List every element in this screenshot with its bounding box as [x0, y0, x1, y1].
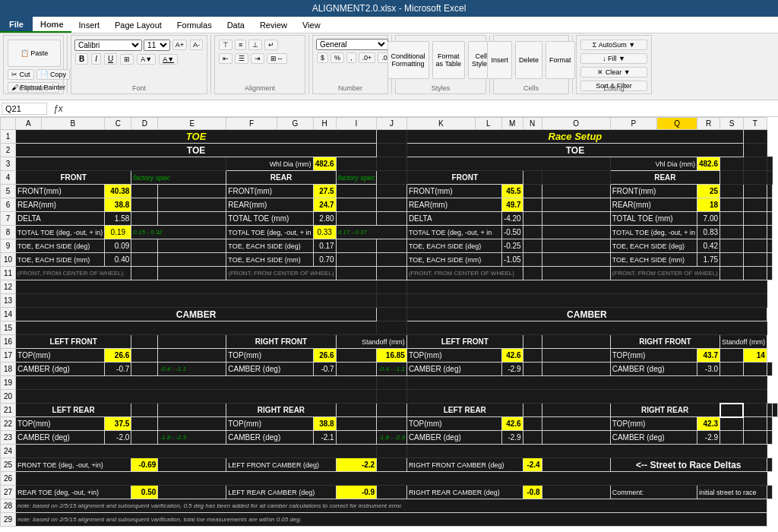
- copy-btn[interactable]: 📄 Copy: [36, 69, 71, 80]
- align-left-btn[interactable]: ⇤: [219, 53, 232, 64]
- col-header-t[interactable]: T: [743, 118, 767, 130]
- wrap-text-btn[interactable]: ↵: [264, 40, 278, 50]
- tab-review[interactable]: Review: [252, 17, 295, 33]
- col-header-q[interactable]: Q: [657, 118, 697, 130]
- cell-6-race-rear-val[interactable]: 49.7: [501, 198, 523, 212]
- cell-25-front-toe-val[interactable]: -0.69: [131, 458, 158, 472]
- align-center-btn[interactable]: ☰: [235, 53, 248, 64]
- cell-reference[interactable]: [2, 103, 47, 115]
- col-header-c[interactable]: C: [105, 118, 131, 130]
- col-header-n[interactable]: N: [523, 118, 542, 130]
- conditional-format-btn[interactable]: ConditionalFormatting: [387, 41, 429, 79]
- cell-22-top-val[interactable]: 37.5: [105, 417, 131, 431]
- col-header-l[interactable]: L: [475, 118, 501, 130]
- cell-17-top-val[interactable]: 26.6: [105, 349, 131, 363]
- col-header-e[interactable]: E: [158, 118, 226, 130]
- currency-btn[interactable]: $: [317, 52, 328, 63]
- delete-cells-btn[interactable]: Delete: [515, 41, 542, 79]
- clear-btn[interactable]: ✕ Clear ▼: [580, 67, 647, 78]
- cell-daily-driving-title[interactable]: TOE: [16, 130, 377, 144]
- col-header-o[interactable]: O: [542, 118, 610, 130]
- cell-27-rear-toe-val[interactable]: 0.50: [131, 486, 158, 499]
- font-grow-btn[interactable]: A+: [172, 40, 187, 50]
- tab-home[interactable]: Home: [33, 17, 71, 33]
- cut-btn[interactable]: ✂ Cut: [8, 69, 34, 80]
- cell-25-lf-camber-val[interactable]: -2.2: [336, 458, 377, 472]
- cell-17-race-standoff-val[interactable]: 14: [743, 349, 767, 363]
- fill-btn[interactable]: ↓ Fill ▼: [580, 53, 647, 64]
- cell-17-rf-top-val[interactable]: 26.6: [313, 349, 336, 363]
- inc-decimal-btn[interactable]: .0+: [359, 52, 376, 63]
- align-top-btn[interactable]: ⊤: [219, 40, 232, 50]
- col-header-b[interactable]: B: [41, 118, 105, 130]
- col-header-h[interactable]: H: [313, 118, 336, 130]
- cell-10-toe-mm-label: TOE, EACH SIDE (mm): [16, 253, 105, 267]
- font-select[interactable]: Calibri: [74, 40, 142, 51]
- merge-center-btn[interactable]: ⊞↔: [267, 53, 287, 64]
- col-header-g[interactable]: G: [277, 118, 313, 130]
- cell-6-rear-rear-val[interactable]: 24.7: [313, 198, 336, 212]
- align-bot-btn[interactable]: ⊥: [248, 40, 262, 50]
- tab-page-layout[interactable]: Page Layout: [107, 17, 169, 33]
- cell-25-rf-camber-val[interactable]: -2.4: [523, 458, 542, 472]
- col-header-i[interactable]: I: [336, 118, 377, 130]
- col-header-k[interactable]: K: [406, 118, 475, 130]
- cell-9s: [743, 239, 767, 253]
- font-shrink-btn[interactable]: A-: [190, 40, 203, 50]
- cell-5-race-front-val[interactable]: 45.5: [501, 185, 523, 198]
- cell-22-race-rr-top-val[interactable]: 42.3: [697, 417, 720, 431]
- border-btn[interactable]: ⊞: [120, 54, 134, 65]
- cell-22-rr-top-val[interactable]: 38.8: [313, 417, 336, 431]
- cell-5-rear-front-val[interactable]: 27.5: [313, 185, 336, 198]
- align-mid-btn[interactable]: ≡: [235, 40, 246, 50]
- cell-21q-bordered[interactable]: [720, 404, 744, 417]
- col-header-p[interactable]: P: [610, 118, 657, 130]
- bold-btn[interactable]: B: [75, 53, 88, 65]
- col-header-s[interactable]: S: [720, 118, 744, 130]
- cell-22s: [743, 417, 767, 431]
- cell-25m: [542, 458, 610, 472]
- underline-btn[interactable]: U: [104, 53, 117, 65]
- tab-file[interactable]: File: [0, 17, 33, 33]
- cell-race-whl-dia-value[interactable]: 482.6: [697, 157, 720, 171]
- tab-view[interactable]: View: [295, 17, 328, 33]
- fill-color-btn[interactable]: A▼: [137, 54, 156, 65]
- col-header-r[interactable]: R: [697, 118, 720, 130]
- formula-input[interactable]: [66, 103, 776, 114]
- col-header-f[interactable]: F: [226, 118, 277, 130]
- italic-btn[interactable]: I: [91, 53, 101, 65]
- col-header-d[interactable]: D: [131, 118, 158, 130]
- cell-5-front-val[interactable]: 40.38: [105, 185, 131, 198]
- autosum-btn[interactable]: Σ AutoSum ▼: [580, 40, 647, 50]
- percent-btn[interactable]: %: [330, 52, 344, 63]
- cell-6-rear-val[interactable]: 38.8: [105, 198, 131, 212]
- comma-btn[interactable]: ,: [346, 52, 356, 63]
- font-size-select[interactable]: 11: [144, 40, 170, 51]
- cell-5-race-rear-front-val[interactable]: 25: [697, 185, 720, 198]
- format-cells-btn[interactable]: Format: [546, 41, 575, 79]
- cell-18-rf-camber-val: -0.7: [313, 363, 336, 376]
- cell-17-race-rf-top-val[interactable]: 43.7: [697, 349, 720, 363]
- font-color-btn[interactable]: A▼: [159, 54, 178, 65]
- cell-10n: [542, 253, 610, 267]
- tab-data[interactable]: Data: [220, 17, 252, 33]
- col-header-a[interactable]: A: [16, 118, 42, 130]
- cell-factory-spec-front: factory spec: [131, 171, 226, 185]
- tab-formulas[interactable]: Formulas: [169, 17, 220, 33]
- cell-6-race-rear-rear-val[interactable]: 18: [697, 198, 720, 212]
- fx-icon: ƒx: [53, 103, 63, 114]
- cell-whl-dia-value[interactable]: 482.6: [313, 157, 336, 171]
- format-table-btn[interactable]: Formatas Table: [432, 41, 465, 79]
- number-format-select[interactable]: General: [316, 39, 388, 50]
- cell-17-standoff-val[interactable]: 16.85: [377, 349, 407, 363]
- cell-22-race-lr-top-val[interactable]: 42.6: [501, 417, 523, 431]
- tab-insert[interactable]: Insert: [71, 17, 108, 33]
- cell-17-race-lf-top-val[interactable]: 42.6: [501, 349, 523, 363]
- cell-27-lr-camber-val[interactable]: -0.9: [336, 486, 377, 499]
- cell-27-rr-camber-val[interactable]: -0.8: [523, 486, 542, 499]
- col-header-j[interactable]: J: [377, 118, 407, 130]
- paste-btn[interactable]: 📋 Paste: [8, 40, 61, 67]
- col-header-m[interactable]: M: [501, 118, 523, 130]
- align-right-btn[interactable]: ⇥: [251, 53, 264, 64]
- insert-cells-btn[interactable]: Insert: [487, 41, 512, 79]
